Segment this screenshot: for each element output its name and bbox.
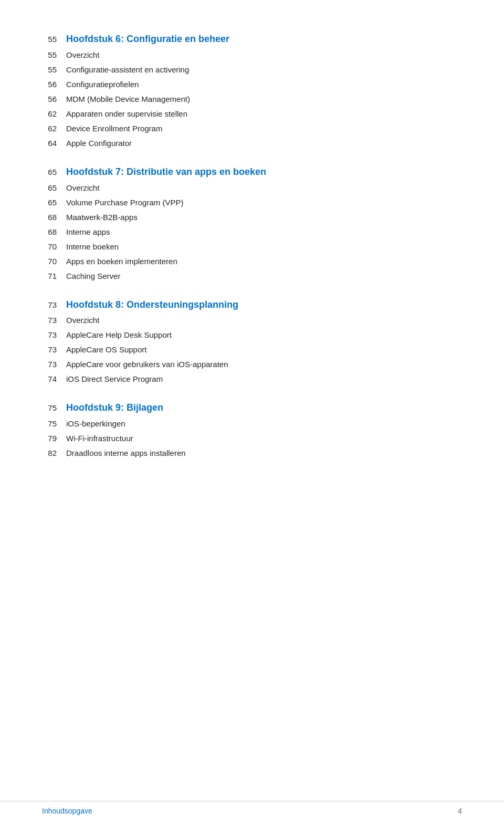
toc-row: 68Interne apps [42,226,462,238]
toc-row: 56MDM (Mobile Device Management) [42,93,462,106]
toc-item-text: Interne apps [66,226,110,238]
toc-item-text: Overzicht [66,314,99,327]
toc-item-text: iOS Direct Service Program [66,373,163,385]
page-number: 82 [42,447,66,460]
toc-section-hoofdstuk9: 75Hoofdstuk 9: Bijlagen75iOS-beperkingen… [42,400,462,460]
toc-row: 73AppleCare OS Support [42,343,462,356]
toc-item-text: Configuratieprofielen [66,78,139,91]
page-number: 73 [42,299,66,311]
toc-row: 55Overzicht [42,49,462,61]
page-container: 55Hoofdstuk 6: Configuratie en beheer55O… [0,0,504,834]
page-number: 65 [42,166,66,179]
page-number: 56 [42,78,66,91]
page-number: 68 [42,226,66,238]
toc-row: 73AppleCare voor gebruikers van iOS-appa… [42,358,462,371]
page-number: 74 [42,373,66,385]
toc-row: 82Draadloos interne apps installeren [42,447,462,460]
page-number: 79 [42,432,66,445]
toc-row: 65Volume Purchase Program (VPP) [42,196,462,209]
page-number: 75 [42,418,66,430]
page-number: 70 [42,241,66,253]
toc-item-text: Maatwerk-B2B-apps [66,211,138,224]
toc-row: 73Hoofdstuk 8: Ondersteuningsplanning [42,297,462,312]
toc-row: 65Hoofdstuk 7: Distributie van apps en b… [42,164,462,180]
toc-item-text: Volume Purchase Program (VPP) [66,196,183,209]
toc-row: 62Device Enrollment Program [42,122,462,135]
toc-item-text: Device Enrollment Program [66,122,162,135]
chapter-heading: Hoofdstuk 9: Bijlagen [66,400,163,415]
toc-section-hoofdstuk7: 65Hoofdstuk 7: Distributie van apps en b… [42,164,462,283]
toc-row: 64Apple Configurator [42,137,462,150]
toc-item-text: MDM (Mobile Device Management) [66,93,190,106]
toc-row: 55Configuratie-assistent en activering [42,64,462,76]
toc-item-text: Draadloos interne apps installeren [66,447,186,460]
toc-item-text: AppleCare Help Desk Support [66,329,172,341]
toc-section-hoofdstuk6: 55Hoofdstuk 6: Configuratie en beheer55O… [42,32,462,150]
toc-row: 71Caching Server [42,270,462,283]
page-number: 75 [42,402,66,414]
toc-row: 65Overzicht [42,182,462,194]
toc-row: 73AppleCare Help Desk Support [42,329,462,341]
toc-item-text: Configuratie-assistent en activering [66,64,189,76]
toc-row: 75iOS-beperkingen [42,418,462,430]
chapter-heading: Hoofdstuk 7: Distributie van apps en boe… [66,164,266,180]
toc-row: 70Interne boeken [42,241,462,253]
toc-item-text: Wi-Fi-infrastructuur [66,432,133,445]
toc-item-text: Overzicht [66,182,99,194]
page-number: 65 [42,196,66,209]
toc-content: 55Hoofdstuk 6: Configuratie en beheer55O… [42,32,462,460]
page-number: 56 [42,93,66,106]
page-number: 62 [42,122,66,135]
page-number: 73 [42,314,66,327]
page-number: 62 [42,108,66,120]
toc-row: 79Wi-Fi-infrastructuur [42,432,462,445]
page-number: 68 [42,211,66,224]
toc-row: 75Hoofdstuk 9: Bijlagen [42,400,462,415]
page-number: 71 [42,270,66,283]
page-number: 55 [42,64,66,76]
toc-row: 55Hoofdstuk 6: Configuratie en beheer [42,32,462,47]
toc-item-text: AppleCare voor gebruikers van iOS-appara… [66,358,228,371]
page-number: 64 [42,137,66,150]
chapter-heading: Hoofdstuk 8: Ondersteuningsplanning [66,297,238,312]
footer: Inhoudsopgave 4 [0,801,504,815]
toc-item-text: iOS-beperkingen [66,418,125,430]
footer-label: Inhoudsopgave [42,807,92,815]
toc-row: 62Apparaten onder supervisie stellen [42,108,462,120]
page-number: 55 [42,49,66,61]
toc-section-hoofdstuk8: 73Hoofdstuk 8: Ondersteuningsplanning73O… [42,297,462,386]
toc-item-text: Apps en boeken implementeren [66,255,177,268]
toc-item-text: Caching Server [66,270,120,283]
page-number: 73 [42,343,66,356]
toc-item-text: Overzicht [66,49,99,61]
toc-item-text: Interne boeken [66,241,119,253]
toc-item-text: Apple Configurator [66,137,132,150]
page-number: 70 [42,255,66,268]
toc-row: 68Maatwerk-B2B-apps [42,211,462,224]
toc-item-text: Apparaten onder supervisie stellen [66,108,187,120]
toc-item-text: AppleCare OS Support [66,343,146,356]
page-number: 55 [42,33,66,46]
page-number: 73 [42,358,66,371]
toc-row: 56Configuratieprofielen [42,78,462,91]
toc-row: 70Apps en boeken implementeren [42,255,462,268]
toc-row: 74iOS Direct Service Program [42,373,462,385]
page-number: 73 [42,329,66,341]
toc-row: 73Overzicht [42,314,462,327]
chapter-heading: Hoofdstuk 6: Configuratie en beheer [66,32,229,47]
page-number: 65 [42,182,66,194]
footer-page: 4 [458,807,462,815]
